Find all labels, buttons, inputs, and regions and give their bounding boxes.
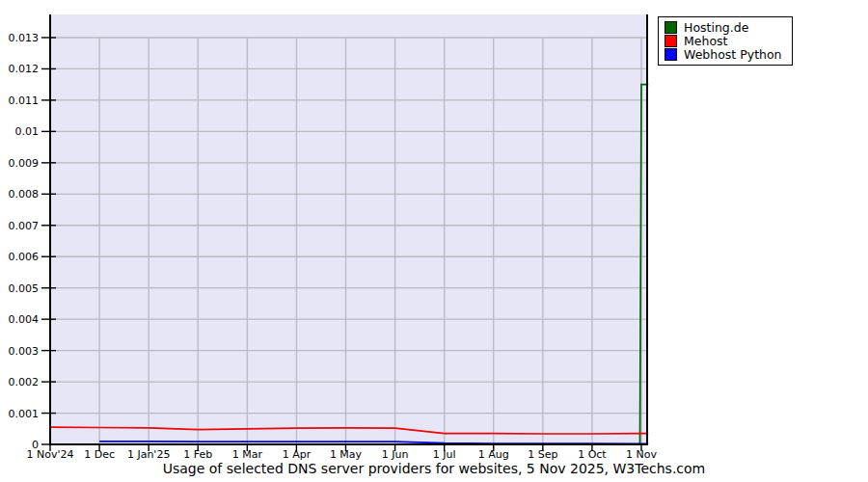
- y-tick-label: 0.002: [9, 376, 40, 388]
- legend-item-webhost-python: Webhost Python: [665, 48, 782, 61]
- y-tick-label: 0.001: [9, 408, 40, 420]
- y-tick-label: 0.012: [9, 63, 40, 75]
- y-tick-label: 0.009: [9, 157, 40, 170]
- y-tick-label: 0.01: [15, 125, 40, 138]
- y-tick-label: 0.013: [9, 32, 40, 44]
- legend-swatch-webhost-python: [665, 48, 677, 61]
- x-tick-label: 1 Jan'25: [127, 448, 170, 461]
- y-tick-label: 0.007: [9, 220, 40, 232]
- legend-item-mehost: Mehost: [665, 35, 782, 47]
- x-tick-label: 1 Apr: [283, 448, 312, 461]
- legend-item-label: Hosting.de: [684, 21, 748, 34]
- y-tick-label: 0.008: [9, 188, 40, 201]
- dns-usage-chart: 00.0010.0020.0030.0040.0050.0060.0070.00…: [0, 0, 868, 482]
- y-tick-label: 0.011: [9, 94, 40, 107]
- legend-swatch-mehost: [665, 35, 677, 47]
- legend-item-hosting-de: Hosting.de: [665, 21, 782, 34]
- x-tick-label: 1 Aug: [478, 448, 509, 461]
- chart-title: Usage of selected DNS server providers f…: [0, 461, 868, 476]
- x-tick-label: 1 May: [330, 448, 363, 461]
- y-tick-label: 0.003: [9, 345, 40, 358]
- x-tick-label: 1 Jun: [382, 448, 409, 461]
- chart-canvas: 00.0010.0020.0030.0040.0050.0060.0070.00…: [0, 0, 868, 482]
- plot-area-bg: [50, 14, 648, 444]
- legend: Hosting.deMehostWebhost Python: [658, 16, 793, 66]
- legend-item-label: Mehost: [684, 35, 727, 47]
- x-tick-label: 1 Mar: [232, 448, 263, 461]
- x-tick-label: 1 Oct: [578, 448, 607, 461]
- y-tick-label: 0.004: [9, 313, 40, 326]
- x-tick-label: 1 Nov: [626, 448, 657, 461]
- x-tick-label: 1 Feb: [183, 448, 212, 461]
- x-tick-label: 1 Sep: [528, 448, 557, 461]
- legend-swatch-hosting-de: [665, 21, 677, 34]
- legend-item-label: Webhost Python: [684, 48, 782, 61]
- x-tick-label: 1 Jul: [433, 448, 456, 461]
- x-tick-label: 1 Dec: [84, 448, 115, 461]
- y-tick-label: 0.006: [9, 251, 40, 263]
- y-tick-label: 0.005: [9, 282, 40, 295]
- x-tick-label: 1 Nov'24: [27, 448, 74, 461]
